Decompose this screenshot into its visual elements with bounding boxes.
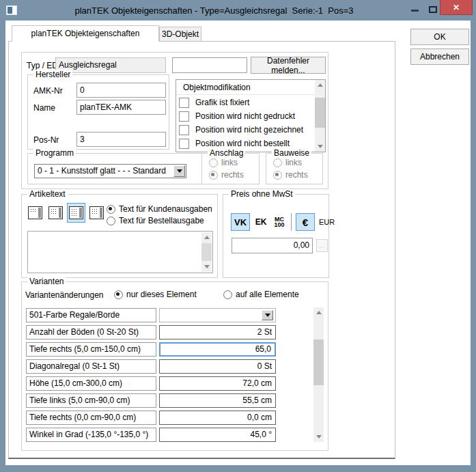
- ek-button[interactable]: EK: [254, 213, 268, 231]
- price-mode-toolbar: VK EK MC 100 € EUR: [231, 213, 335, 231]
- scroll-up-icon[interactable]: [201, 232, 212, 242]
- kundenausgaben-radio[interactable]: Text für Kundenausgaben: [107, 204, 212, 214]
- hersteller-legend: Hersteller: [33, 70, 72, 79]
- radio-icon: [107, 205, 115, 214]
- radio-label: links: [285, 158, 302, 167]
- artikeltext-scrollbar[interactable]: [201, 232, 212, 272]
- bauweise-legend: Bauweise: [272, 148, 311, 158]
- variantenaenderungen-label: Variantenänderungen: [25, 290, 104, 300]
- text-layout-icon-1[interactable]: [26, 203, 44, 223]
- radio-icon: [273, 171, 282, 180]
- price-more-button[interactable]: ...: [316, 239, 328, 252]
- list-item[interactable]: Grafik ist fixiert: [176, 96, 315, 109]
- auf-alle-elemente-radio[interactable]: auf alle Elemente: [223, 290, 299, 299]
- radio-label: Text für Kundenausgaben: [119, 204, 212, 214]
- datenfehler-melden-button[interactable]: Datenfehler melden...: [251, 57, 326, 74]
- bestellausgabe-radio[interactable]: Text für Bestellausgabe: [107, 216, 204, 225]
- checkbox[interactable]: [179, 152, 189, 153]
- anschlag-legend: Anschlag: [208, 148, 245, 158]
- text-layout-icon-3[interactable]: [67, 203, 85, 223]
- artikeltext-group: Artikeltext Text für Kundenausgaben Text…: [21, 194, 218, 278]
- mc100-button[interactable]: MC 100: [272, 217, 287, 227]
- variant-value-field[interactable]: 45,0 °: [159, 428, 276, 442]
- close-icon[interactable]: ✕: [440, 0, 473, 15]
- variant-color-dropdown[interactable]: [159, 308, 276, 322]
- checkbox[interactable]: [179, 98, 189, 108]
- artikeltext-legend: Artikeltext: [27, 189, 68, 199]
- currency-label: EUR: [319, 218, 335, 226]
- scrollbar-thumb[interactable]: [201, 243, 212, 261]
- dialog-window: planTEK Objekteigenschaften - Type=Ausgl…: [0, 0, 476, 472]
- scroll-down-icon[interactable]: [201, 262, 212, 272]
- scroll-up-icon[interactable]: [313, 307, 324, 318]
- checkbox[interactable]: [179, 125, 189, 135]
- bauweise-group: Bauweise links rechts: [266, 153, 323, 184]
- cancel-button[interactable]: Abbrechen: [410, 48, 469, 65]
- preis-group: Preis ohne MwSt VK EK MC 100 € EUR 0,00 …: [223, 194, 329, 278]
- variant-value-field[interactable]: 0,0 cm: [159, 411, 276, 425]
- ok-button[interactable]: OK: [410, 29, 469, 45]
- name-field[interactable]: planTEK-AMK: [76, 100, 166, 115]
- variant-value-field[interactable]: 0 St: [159, 359, 276, 374]
- pos-nr-field[interactable]: 3: [76, 132, 166, 147]
- tab-3d-objekt[interactable]: 3D-Objekt: [159, 27, 201, 42]
- anschlag-links-radio[interactable]: links: [209, 158, 238, 167]
- mc-bottom: 100: [274, 222, 284, 227]
- radio-icon: [209, 158, 218, 167]
- bauweise-links-radio[interactable]: links: [273, 158, 302, 167]
- vk-button[interactable]: VK: [231, 213, 250, 231]
- artikeltext-textarea[interactable]: [27, 231, 213, 273]
- objektmodifikation-header: Objektmodifikation: [176, 80, 315, 95]
- variant-value-field[interactable]: 2 St: [159, 325, 276, 339]
- variant-label: Tiefe rechts (0,0 cm-90,0 cm): [26, 411, 156, 425]
- radio-label: links: [221, 158, 238, 167]
- scrollbar-thumb[interactable]: [315, 98, 325, 128]
- checkbox[interactable]: [179, 139, 189, 149]
- object-section: Typ / EDV Ausgleichsregal Datenfehler me…: [21, 52, 328, 189]
- maximize-icon[interactable]: [429, 6, 437, 13]
- edv-extra-field[interactable]: [172, 57, 247, 73]
- dialog-body: planTEK Objekteigenschaften 3D-Objekt OK…: [5, 20, 471, 465]
- tab-plantek-objekteigenschaften[interactable]: planTEK Objekteigenschaften: [12, 25, 159, 42]
- scroll-down-icon[interactable]: [313, 432, 324, 442]
- scroll-down-icon[interactable]: [315, 141, 325, 152]
- radio-icon: [223, 290, 232, 299]
- amk-nr-field[interactable]: 0: [76, 83, 166, 98]
- list-item[interactable]: Position wird nicht gezeichnet: [176, 123, 315, 137]
- nur-dieses-element-radio[interactable]: nur dieses Element: [114, 290, 197, 299]
- amk-nr-label: AMK-Nr: [33, 86, 63, 96]
- radio-icon: [209, 171, 218, 180]
- minimize-icon[interactable]: [411, 10, 419, 12]
- objektmodifikation-scrollbar[interactable]: [315, 80, 325, 152]
- list-item[interactable]: Position wird nicht gedruckt: [176, 109, 315, 123]
- chevron-down-icon[interactable]: [173, 165, 185, 177]
- radio-icon: [273, 158, 282, 167]
- bauweise-rechts-radio[interactable]: rechts: [273, 170, 308, 180]
- variant-label: Diagonalregal (0 St-1 St): [26, 359, 156, 374]
- anschlag-rechts-radio[interactable]: rechts: [209, 170, 244, 180]
- radio-icon: [107, 217, 115, 225]
- tab-page: Typ / EDV Ausgleichsregal Datenfehler me…: [8, 41, 395, 459]
- text-layout-toolbar: [26, 203, 106, 223]
- scroll-up-icon[interactable]: [315, 80, 325, 90]
- checkbox[interactable]: [179, 111, 189, 122]
- text-layout-icon-4[interactable]: [87, 203, 106, 223]
- variant-value-field[interactable]: 72,0 cm: [159, 376, 276, 391]
- text-layout-icon-2[interactable]: [46, 203, 65, 223]
- price-amount-field[interactable]: 0,00: [232, 238, 313, 253]
- scrollbar-thumb[interactable]: [313, 339, 324, 385]
- pos-nr-label: Pos-Nr: [33, 135, 59, 145]
- variant-label: Tiefe links (5,0 cm-90,0 cm): [26, 393, 156, 408]
- radio-icon: [114, 290, 123, 299]
- radio-label: auf alle Elemente: [236, 290, 299, 299]
- variant-value-field[interactable]: 55,5 cm: [159, 393, 276, 408]
- programm-dropdown[interactable]: 0 - 1 - Kunststoff glatt - - - Standard: [34, 164, 186, 178]
- euro-button[interactable]: €: [296, 213, 315, 231]
- chevron-down-icon[interactable]: [262, 310, 273, 320]
- variant-value-field-focused[interactable]: 65,0: [159, 342, 276, 357]
- separator: [291, 213, 292, 231]
- radio-label: rechts: [285, 170, 308, 180]
- titlebar: planTEK Objekteigenschaften - Type=Ausgl…: [0, 0, 476, 20]
- varianten-scrollbar[interactable]: [313, 307, 324, 442]
- window-title: planTEK Objekteigenschaften - Type=Ausgl…: [41, 0, 387, 20]
